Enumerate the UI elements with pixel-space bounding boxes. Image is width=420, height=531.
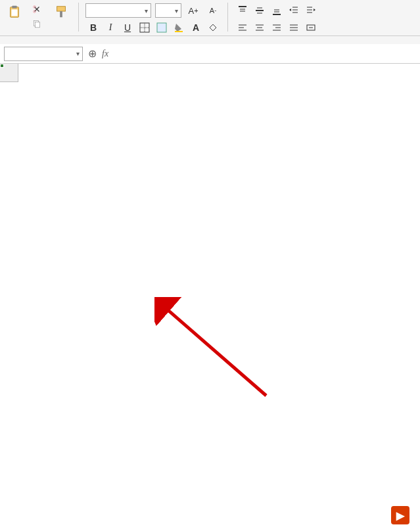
fx-icon[interactable]: fx — [102, 49, 108, 59]
decrease-indent-button[interactable] — [286, 3, 302, 18]
border-button[interactable] — [137, 20, 152, 35]
svg-rect-1 — [12, 6, 16, 9]
merge-button[interactable] — [303, 20, 319, 35]
align-bottom-button[interactable] — [269, 3, 285, 18]
copy-icon — [32, 18, 42, 29]
format-painter-icon — [53, 4, 69, 20]
font-size-select[interactable] — [155, 3, 181, 18]
increase-font-button[interactable]: A+ — [185, 3, 201, 18]
divider — [227, 3, 228, 32]
paste-icon — [7, 4, 22, 20]
svg-rect-7 — [57, 7, 66, 11]
format-painter-button[interactable] — [51, 3, 72, 21]
justify-button[interactable] — [286, 20, 302, 35]
svg-rect-14 — [210, 24, 216, 31]
border-style-button[interactable] — [154, 20, 170, 35]
office-logo-icon: ▶ — [391, 506, 409, 524]
cut-icon — [32, 4, 42, 14]
italic-button[interactable]: I — [103, 20, 118, 35]
watermark: ▶ — [391, 506, 413, 524]
insert-function-icon[interactable]: ⊕ — [88, 47, 97, 60]
fill-color-button[interactable] — [171, 20, 187, 35]
align-center-button[interactable] — [252, 20, 268, 35]
align-left-button[interactable] — [235, 20, 250, 35]
font-color-button[interactable]: A — [188, 20, 204, 35]
align-middle-button[interactable] — [252, 3, 268, 18]
formula-input[interactable] — [114, 47, 416, 61]
decrease-font-button[interactable]: A- — [205, 3, 221, 18]
svg-line-44 — [164, 307, 266, 396]
name-box[interactable] — [4, 47, 83, 61]
copy-button[interactable] — [29, 17, 47, 30]
font-name-select[interactable] — [85, 3, 151, 18]
align-top-button[interactable] — [235, 3, 250, 18]
toolbar: A+ A- B I U A — [0, 0, 420, 36]
underline-button[interactable]: U — [120, 20, 135, 35]
svg-rect-13 — [175, 31, 183, 32]
arrow-annotation — [154, 297, 273, 402]
diamond-button[interactable] — [205, 20, 221, 35]
cut-button[interactable] — [29, 3, 47, 16]
align-right-button[interactable] — [269, 20, 285, 35]
svg-rect-8 — [60, 11, 62, 17]
svg-rect-12 — [157, 23, 166, 32]
divider — [78, 3, 79, 32]
spreadsheet-grid[interactable] — [0, 64, 420, 524]
formula-bar: ⊕ fx — [0, 44, 420, 64]
increase-indent-button[interactable] — [303, 3, 319, 18]
svg-rect-2 — [11, 9, 17, 16]
paste-button[interactable] — [4, 3, 25, 21]
bold-button[interactable]: B — [85, 20, 101, 35]
svg-rect-6 — [35, 22, 40, 28]
